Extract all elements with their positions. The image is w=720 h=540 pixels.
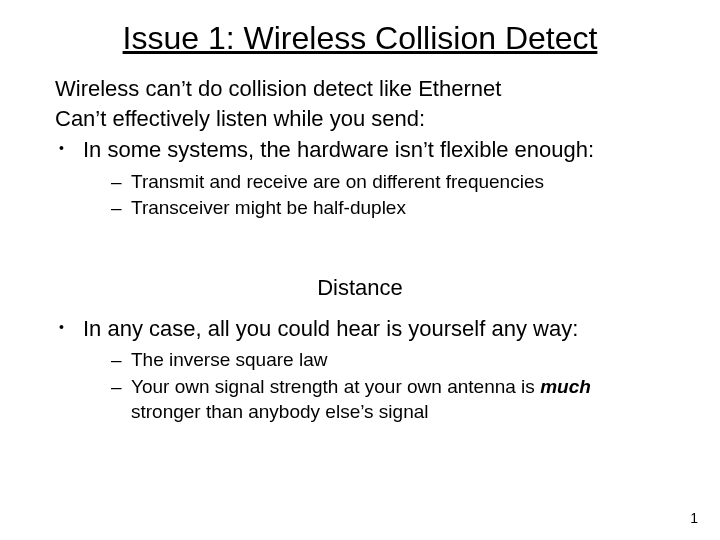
dash-item: Your own signal strength at your own ant… [111, 375, 665, 424]
subheading-distance: Distance [55, 275, 665, 301]
bullet-text: In some systems, the hardware isn’t flex… [83, 137, 594, 162]
slide-title: Issue 1: Wireless Collision Detect [55, 20, 665, 57]
slide: Issue 1: Wireless Collision Detect Wirel… [0, 0, 720, 540]
dash-item: Transmit and receive are on different fr… [111, 170, 665, 195]
page-number: 1 [690, 510, 698, 526]
dash-text-em: much [540, 376, 591, 397]
dash-text-post: stronger than anybody else’s signal [131, 401, 429, 422]
dash-list: Transmit and receive are on different fr… [111, 170, 665, 221]
bullet-text: In any case, all you could hear is yours… [83, 316, 578, 341]
lead-line-2: Can’t effectively listen while you send: [55, 105, 665, 133]
bullet-item: In any case, all you could hear is yours… [55, 315, 665, 425]
dash-text-pre: Your own signal strength at your own ant… [131, 376, 540, 397]
lead-line-1: Wireless can’t do collision detect like … [55, 75, 665, 103]
dash-list: The inverse square law Your own signal s… [111, 348, 665, 424]
bullet-list-2: In any case, all you could hear is yours… [55, 315, 665, 425]
dash-item: The inverse square law [111, 348, 665, 373]
dash-item: Transceiver might be half-duplex [111, 196, 665, 221]
bullet-list-1: In some systems, the hardware isn’t flex… [55, 136, 665, 221]
bullet-item: In some systems, the hardware isn’t flex… [55, 136, 665, 221]
